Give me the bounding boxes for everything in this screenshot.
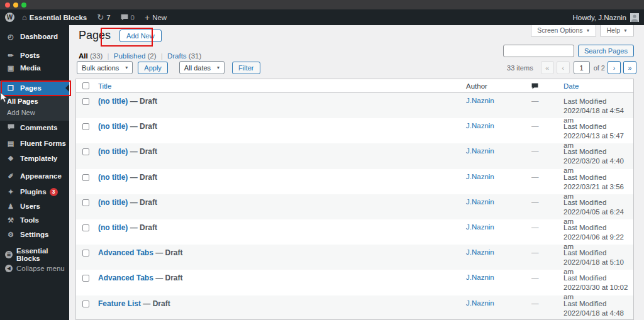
table-row: (no title) — Draft J.Naznin — Last Modif… — [76, 118, 633, 143]
sidebar-item-posts[interactable]: ✏ Posts — [0, 48, 69, 62]
maximize-window-button[interactable] — [21, 3, 26, 8]
comments-link[interactable]: 0 — [121, 14, 135, 21]
view-published-link[interactable]: Published — [114, 52, 146, 60]
next-page-button[interactable]: › — [608, 61, 621, 74]
bulk-actions-label: Bulk actions — [82, 64, 119, 72]
row-checkbox[interactable] — [82, 174, 89, 181]
row-checkbox[interactable] — [82, 224, 89, 231]
author-link[interactable]: J.Naznin — [466, 173, 494, 180]
all-dates-label: All dates — [184, 64, 211, 72]
screen-options-button[interactable]: Screen Options ▼ — [531, 25, 596, 36]
column-header-title[interactable]: Title — [93, 82, 463, 90]
sidebar-item-fluent-forms[interactable]: ▤ Fluent Forms — [0, 136, 69, 150]
collapse-arrow-icon: ◀ — [5, 265, 13, 272]
sidebar-item-plugins[interactable]: ✦ Plugins 3 — [0, 185, 69, 199]
page-title-link[interactable]: Advanced Tabs — [98, 248, 153, 257]
new-content-link[interactable]: + New — [145, 13, 167, 22]
sidebar-item-label: Plugins — [20, 188, 47, 196]
sidebar-item-essential-blocks[interactable]: ☰ Essential Blocks — [0, 248, 69, 262]
filter-button[interactable]: Filter — [232, 62, 260, 74]
search-input[interactable] — [503, 45, 574, 57]
plus-icon: + — [145, 13, 150, 22]
post-status: — Draft — [128, 147, 157, 156]
minimize-window-button[interactable] — [13, 3, 18, 8]
view-filter-links: All (33) | Published (2) | Drafts (31) — [79, 52, 201, 60]
submenu-item-all-pages[interactable]: All Pages — [0, 96, 69, 107]
dashboard-icon: ◴ — [5, 33, 16, 40]
author-link[interactable]: J.Naznin — [466, 97, 494, 104]
sidebar-item-templately[interactable]: ❖ Templately — [0, 152, 69, 165]
page-title-link[interactable]: (no title) — [98, 97, 128, 106]
updates-link[interactable]: ↻ 7 — [97, 13, 110, 21]
total-pages-label: of 2 — [594, 64, 605, 72]
first-page-button[interactable]: « — [541, 61, 554, 74]
row-checkbox[interactable] — [82, 199, 89, 206]
sidebar-item-dashboard[interactable]: ◴ Dashboard — [0, 30, 69, 43]
media-icon: ▣ — [5, 65, 16, 72]
row-checkbox[interactable] — [82, 301, 89, 307]
page-title: Pages — [79, 29, 111, 42]
row-checkbox[interactable] — [82, 123, 89, 130]
paintbrush-icon: ✐ — [5, 173, 16, 180]
help-button[interactable]: Help ▼ — [600, 25, 634, 36]
view-drafts-link[interactable]: Drafts — [167, 52, 187, 60]
submenu-item-add-new[interactable]: Add New — [0, 107, 69, 118]
author-link[interactable]: J.Naznin — [466, 299, 494, 307]
add-new-button[interactable]: Add New — [119, 30, 162, 42]
close-window-button[interactable] — [5, 3, 10, 8]
updates-count: 7 — [106, 14, 110, 21]
date-cell: Last Modified2022/04/13 at 5:47 am — [554, 122, 633, 150]
sidebar-item-tools[interactable]: ⚒ Tools — [0, 213, 69, 227]
search-pages-button[interactable]: Search Pages — [578, 45, 634, 57]
sidebar-item-appearance[interactable]: ✐ Appearance — [0, 169, 69, 183]
row-checkbox[interactable] — [82, 148, 89, 155]
comment-bubble-icon — [121, 14, 128, 21]
avatar[interactable] — [630, 13, 639, 22]
page-title-link[interactable]: (no title) — [98, 122, 128, 131]
row-checkbox[interactable] — [82, 275, 89, 282]
current-page-input[interactable]: 1 — [574, 61, 590, 74]
author-link[interactable]: J.Naznin — [466, 273, 494, 281]
page-title-link[interactable]: (no title) — [98, 198, 128, 207]
author-link[interactable]: J.Naznin — [466, 223, 494, 231]
bulk-actions-select[interactable]: Bulk actions ▾ — [77, 61, 133, 74]
author-link[interactable]: J.Naznin — [466, 147, 494, 155]
dates-filter-select[interactable]: All dates ▾ — [179, 61, 225, 74]
sidebar-item-media[interactable]: ▣ Media — [0, 61, 69, 75]
sidebar-item-label: Tools — [20, 216, 39, 224]
separator: | — [108, 52, 109, 60]
howdy-account-link[interactable]: Howdy, J.Naznin — [573, 14, 626, 21]
row-checkbox[interactable] — [82, 98, 89, 105]
author-link[interactable]: J.Naznin — [466, 122, 494, 130]
sidebar-item-label: Templately — [20, 155, 57, 162]
column-header-comments[interactable] — [529, 83, 554, 89]
sidebar-item-pages[interactable]: ❐ Pages — [0, 81, 69, 95]
page-title-link[interactable]: (no title) — [98, 173, 128, 182]
sidebar-item-users[interactable]: ♟ Users — [0, 199, 69, 213]
prev-page-button[interactable]: ‹ — [557, 61, 570, 74]
page-title-link[interactable]: (no title) — [98, 223, 128, 232]
author-link[interactable]: J.Naznin — [466, 198, 494, 206]
page-title-link[interactable]: Advanced Tabs — [98, 273, 153, 282]
page-title-link[interactable]: (no title) — [98, 147, 128, 156]
column-header-date[interactable]: Date — [554, 82, 633, 90]
page-title-link[interactable]: Feature List — [98, 299, 141, 308]
updates-icon: ↻ — [97, 13, 104, 21]
sidebar-item-label: Collapse menu — [16, 265, 65, 272]
author-link[interactable]: J.Naznin — [466, 248, 494, 256]
comments-cell: — — [529, 173, 554, 180]
collapse-menu-button[interactable]: ◀ Collapse menu — [0, 262, 69, 275]
select-all-checkbox[interactable] — [82, 82, 89, 89]
sidebar-item-settings[interactable]: ⚙ Settings — [0, 228, 69, 241]
site-name-link[interactable]: ⌂ Essential Blocks — [22, 13, 87, 21]
last-page-button[interactable]: » — [623, 61, 636, 74]
view-all-link[interactable]: All — [79, 52, 88, 60]
apply-button[interactable]: Apply — [138, 62, 168, 74]
wp-logo-menu[interactable]: W — [0, 13, 14, 22]
sidebar-item-comments[interactable]: Comments — [0, 121, 69, 135]
plugin-icon: ✦ — [5, 189, 16, 196]
wordpress-logo-icon: W — [5, 13, 14, 22]
row-checkbox[interactable] — [82, 250, 89, 257]
comments-cell: — — [529, 122, 554, 130]
avatar-person-icon — [630, 13, 639, 22]
